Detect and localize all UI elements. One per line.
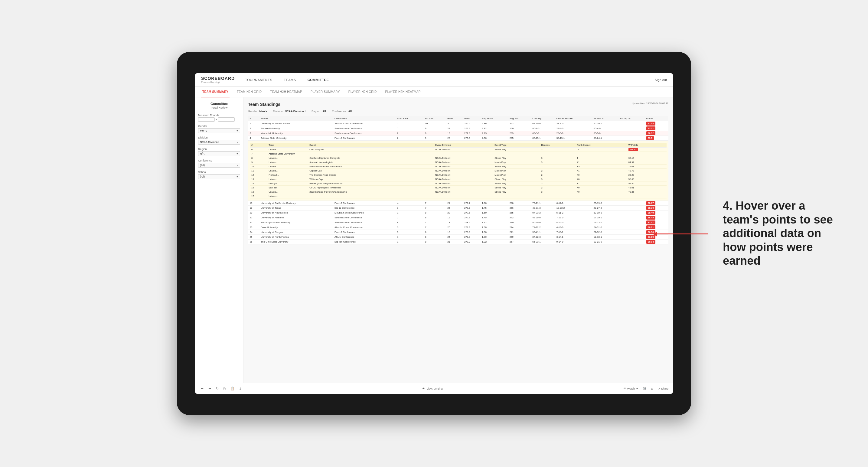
points-badge[interactable]: 93.31: [646, 126, 655, 130]
sidebar-gender-select[interactable]: Men's ▼: [198, 128, 240, 133]
expanded-detail-row: 8 Univers... Southern Highlands Collegia…: [250, 156, 666, 160]
table-row[interactable]: 25 University of North Florida ASUN Conf…: [248, 235, 669, 240]
sidebar: Committee Portal Review Minimum Rounds -…: [195, 97, 244, 383]
view-label: View: Original: [427, 387, 443, 390]
table-row[interactable]: 26 The Ohio State University Big Ten Con…: [248, 240, 669, 244]
col-no-tour: No Tour: [424, 116, 446, 121]
filter-row: Gender: Men's Division: NCAA Division I …: [248, 110, 669, 113]
sidebar-conference-label: Conference: [198, 159, 240, 162]
tab-player-summary[interactable]: PLAYER SUMMARY: [309, 87, 341, 97]
toolbar-left: ↩ ↪ ↻ ⎘ 📋 ℹ: [199, 386, 242, 391]
points-badge[interactable]: 83.41: [646, 220, 655, 224]
toolbar-right: 👁 Watch ▼ 💬 ⊞ ↗ Share: [624, 387, 669, 390]
col-rnds: Rnds: [446, 116, 463, 121]
table-row[interactable]: 23 Duke University Atlantic Coast Confer…: [248, 225, 669, 230]
tab-team-h2h-grid[interactable]: TEAM H2H GRID: [236, 87, 263, 97]
min-rounds-max-input[interactable]: [218, 117, 235, 122]
share-icon: ↗: [658, 387, 660, 390]
app-logo-sub: Powered by clippi: [201, 81, 235, 84]
sign-out-button[interactable]: Sign out: [650, 78, 667, 82]
grid-icon: ⊞: [651, 387, 653, 390]
watch-icon: 👁: [624, 387, 626, 390]
update-time: Update time: 13/03/2024 10:03:42: [632, 102, 669, 105]
points-badge[interactable]: 97.02: [646, 122, 655, 126]
sidebar-min-rounds-range: -: [198, 117, 240, 122]
expanded-detail-table: # Team Event Event Division Event Type R…: [250, 143, 666, 198]
table-row[interactable]: 4 Arizona State University Pac-12 Confer…: [248, 136, 669, 141]
main-content: Committee Portal Review Minimum Rounds -…: [195, 97, 673, 383]
points-badge[interactable]: 88.49: [646, 211, 655, 215]
tab-team-summary[interactable]: TEAM SUMMARY: [201, 87, 229, 97]
col-wins: Wins: [463, 116, 480, 121]
col-vs-top50: Vs Top 50: [619, 116, 645, 121]
table-row[interactable]: 19 University of Texas Big 12 Conference…: [248, 206, 669, 211]
table-row[interactable]: 24 University of Oregon Pac-12 Conferenc…: [248, 230, 669, 235]
division-dropdown-icon: ▼: [236, 141, 238, 143]
filter-division: Division: NCAA Division I: [273, 110, 306, 113]
tab-player-h2h-grid[interactable]: PLAYER H2H GRID: [347, 87, 378, 97]
table-header-row: # School Conference Conf Rank No Tour Rn…: [248, 116, 669, 121]
col-conf-rank: Conf Rank: [396, 116, 424, 121]
sidebar-division-select[interactable]: NCAA Division I ▼: [198, 140, 240, 145]
copy-button[interactable]: ⎘: [222, 386, 227, 391]
expanded-row: # Team Event Event Division Event Type R…: [248, 141, 669, 201]
watch-dropdown-icon: ▼: [636, 387, 639, 390]
nav-tournaments[interactable]: TOURNAMENTS: [244, 73, 273, 87]
undo-button[interactable]: ↩: [199, 386, 205, 391]
filter-conference: Conference: All: [332, 110, 352, 113]
share-button[interactable]: ↗ Share: [658, 387, 669, 390]
points-badge[interactable]: 88.71: [646, 225, 655, 229]
redo-button[interactable]: ↪: [207, 386, 212, 391]
table-row[interactable]: 2 Auburn University Southeastern Confere…: [248, 126, 669, 131]
col-school: School: [259, 116, 333, 121]
table-row[interactable]: 20 University of New Mexico Mountain Wes…: [248, 211, 669, 215]
tab-player-h2h-heatmap[interactable]: PLAYER H2H HEATMAP: [384, 87, 422, 97]
points-badge[interactable]: 88.70: [646, 206, 655, 210]
points-badge[interactable]: 88.48: [646, 216, 655, 220]
col-points: Points: [645, 116, 669, 121]
tablet-frame: SCOREBOARD Powered by clippi TOURNAMENTS…: [177, 52, 691, 415]
points-badge[interactable]: 80.94: [646, 240, 655, 244]
sidebar-school-select[interactable]: (All) ▼: [198, 174, 240, 179]
info-button[interactable]: ℹ: [238, 386, 242, 391]
table-row[interactable]: 22 Mississippi State University Southeas…: [248, 220, 669, 225]
region-dropdown-icon: ▼: [236, 153, 238, 155]
expanded-detail-row: 15 East Ten OFCC Fighting Illini Invitat…: [250, 186, 666, 190]
col-conference: Conference: [333, 116, 396, 121]
filter-region: Region: All: [311, 110, 326, 113]
tab-team-h2h-heatmap[interactable]: TEAM H2H HEATMAP: [269, 87, 303, 97]
sidebar-region-select[interactable]: N/A ▼: [198, 151, 240, 156]
table-row[interactable]: 18 University of California, Berkeley Pa…: [248, 201, 669, 206]
expanded-detail-row: 7 Arizona State University: [250, 152, 666, 156]
annotation-text: 4. Hover over a team's points to see add…: [723, 199, 844, 268]
watch-button[interactable]: 👁 Watch ▼: [624, 387, 639, 390]
comment-button[interactable]: 💬: [643, 387, 646, 390]
red-arrow: [653, 234, 708, 235]
nav-teams[interactable]: TEAMS: [282, 73, 297, 87]
footer-toolbar: ↩ ↪ ↻ ⎘ 📋 ℹ 👁 View: Original 👁 Watch ▼ 💬: [195, 383, 673, 394]
table-row[interactable]: 1 University of North Carolina Atlantic …: [248, 121, 669, 126]
gender-dropdown-icon: ▼: [236, 130, 238, 132]
min-rounds-min-input[interactable]: [198, 117, 215, 122]
sidebar-conference-select[interactable]: (All) ▼: [198, 163, 240, 167]
grid-button[interactable]: ⊞: [651, 387, 653, 390]
filter-gender: Gender: Men's: [248, 110, 267, 113]
sidebar-min-rounds-label: Minimum Rounds: [198, 114, 240, 117]
points-badge-highlight[interactable]: 90.32: [646, 131, 655, 135]
table-row[interactable]: 21 University of Alabama Southeastern Co…: [248, 215, 669, 220]
expanded-detail-row: 10 Univers... National Invitational Tour…: [250, 164, 666, 169]
points-badge[interactable]: 79.5: [646, 136, 654, 140]
col-rank: #: [248, 116, 259, 121]
app-logo: SCOREBOARD: [201, 76, 235, 81]
arrow-line: [653, 234, 708, 235]
sidebar-subtitle: Portal Review: [198, 106, 240, 109]
nav-committee[interactable]: COMMITTEE: [306, 73, 330, 87]
table-row[interactable]: 3 Vanderbilt University Southeastern Con…: [248, 131, 669, 136]
expanded-detail-row: 12 Florida I... The Cypress Point Classi…: [250, 173, 666, 177]
points-badge[interactable]: 88.07: [646, 201, 655, 205]
toolbar-center: 👁 View: Original: [422, 387, 443, 390]
refresh-button[interactable]: ↻: [215, 386, 220, 391]
tablet-screen: SCOREBOARD Powered by clippi TOURNAMENTS…: [195, 73, 673, 394]
expanded-detail-row: 11 Univers... Copper Cup NCAA Division I…: [250, 169, 666, 173]
paste-button[interactable]: 📋: [229, 386, 236, 391]
